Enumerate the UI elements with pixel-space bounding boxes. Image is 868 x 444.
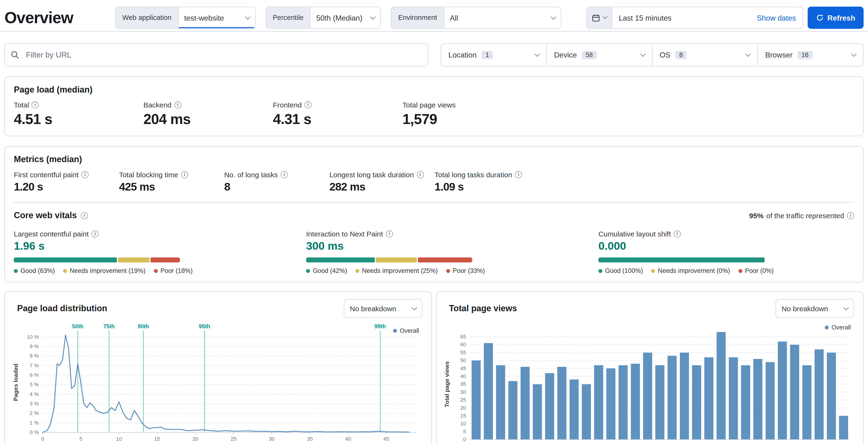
distribution-legend-overall[interactable]: Overall bbox=[393, 327, 419, 334]
svg-text:65: 65 bbox=[460, 334, 466, 339]
info-icon[interactable] bbox=[281, 171, 288, 178]
info-icon[interactable] bbox=[847, 212, 854, 219]
svg-text:35: 35 bbox=[460, 381, 466, 387]
browser-filter[interactable]: Browser 16 bbox=[757, 44, 863, 66]
stat-frontend-value: 4.31 s bbox=[273, 111, 402, 128]
good-dot-icon bbox=[14, 269, 18, 273]
os-filter-label: OS bbox=[659, 51, 671, 59]
refresh-button[interactable]: Refresh bbox=[807, 7, 864, 29]
device-filter-label: Device bbox=[554, 51, 577, 59]
svg-text:15: 15 bbox=[154, 436, 160, 442]
svg-text:15: 15 bbox=[460, 413, 466, 419]
search-icon bbox=[10, 51, 19, 59]
os-count-badge: 8 bbox=[675, 51, 687, 59]
info-icon[interactable] bbox=[515, 171, 522, 178]
web-application-select[interactable]: test-website bbox=[179, 7, 255, 28]
device-filter[interactable]: Device 58 bbox=[546, 44, 652, 66]
cls-value: 0.000 bbox=[598, 240, 765, 253]
filter-row: Location 1 Device 58 OS 8 Browser 16 bbox=[0, 31, 868, 66]
stat-total-page-views: Total page views 1,579 bbox=[403, 101, 532, 128]
svg-text:10 %: 10 % bbox=[27, 334, 39, 340]
calendar-dropdown-button[interactable] bbox=[587, 7, 612, 28]
legend-good: Good (42%) bbox=[306, 267, 347, 274]
svg-text:5: 5 bbox=[79, 436, 82, 442]
stat-fcp-value: 1.20 s bbox=[14, 181, 119, 194]
svg-text:40: 40 bbox=[345, 436, 351, 442]
info-icon[interactable] bbox=[416, 171, 424, 178]
stat-total-page-views-value: 1,579 bbox=[403, 111, 532, 128]
page-load-distribution-chart: 0 %1 %2 %3 %4 %5 %6 %7 %8 %9 %10 %051015… bbox=[11, 322, 425, 444]
calendar-icon bbox=[592, 13, 600, 22]
stat-tbt: Total blocking time 425 ms bbox=[119, 171, 224, 194]
time-range-value: Last 15 minutes bbox=[619, 13, 672, 22]
info-icon[interactable] bbox=[181, 171, 188, 178]
filter-dropdowns: Location 1 Device 58 OS 8 Browser 16 bbox=[441, 43, 864, 66]
svg-text:50: 50 bbox=[460, 357, 466, 363]
svg-text:3 %: 3 % bbox=[30, 401, 38, 407]
page-load-stats: Total 4.51 s Backend 204 ms Frontend 4.3… bbox=[14, 101, 854, 128]
info-icon[interactable] bbox=[174, 101, 181, 109]
svg-text:0 %: 0 % bbox=[30, 429, 38, 435]
stat-fcp: First contentful paint 1.20 s bbox=[14, 171, 119, 194]
chevron-down-icon bbox=[534, 51, 540, 56]
vital-largest-contentful-paint: Largest contentful paint 1.96 s Good (63… bbox=[14, 230, 180, 274]
legend-poor: Poor (33%) bbox=[446, 267, 485, 274]
stat-longest-task: Longest long task duration 282 ms bbox=[330, 171, 434, 194]
svg-text:10: 10 bbox=[460, 421, 466, 427]
svg-text:25: 25 bbox=[231, 436, 237, 442]
browser-filter-label: Browser bbox=[765, 51, 793, 59]
environment-select[interactable]: All bbox=[444, 7, 560, 28]
svg-text:2 %: 2 % bbox=[30, 410, 38, 416]
time-range-button[interactable]: Last 15 minutes bbox=[612, 13, 750, 22]
info-icon[interactable] bbox=[305, 101, 312, 109]
metrics-median-card: Metrics (median) First contentful paint … bbox=[4, 146, 864, 283]
legend-good: Good (63%) bbox=[14, 267, 55, 274]
distribution-breakdown-select[interactable]: No breakdown bbox=[344, 299, 423, 318]
chevron-down-icon bbox=[746, 51, 751, 56]
metrics-stats: First contentful paint 1.20 s Total bloc… bbox=[14, 171, 854, 194]
environment-label: Environment bbox=[392, 7, 444, 28]
percentile-label: Percentile bbox=[266, 7, 311, 28]
info-icon[interactable] bbox=[32, 101, 39, 109]
poor-dot-icon bbox=[154, 269, 158, 273]
page-views-legend-overall[interactable]: Overall bbox=[825, 324, 851, 330]
percentile-value: 50th (Median) bbox=[316, 13, 362, 22]
info-icon[interactable] bbox=[81, 212, 88, 219]
stat-long-tasks: No. of long tasks 8 bbox=[224, 171, 329, 194]
traffic-represented-note: 95% of the traffic represented bbox=[749, 211, 854, 219]
good-dot-icon bbox=[598, 269, 602, 273]
info-icon[interactable] bbox=[386, 230, 393, 237]
svg-text:99th: 99th bbox=[375, 323, 386, 329]
location-filter[interactable]: Location 1 bbox=[441, 44, 546, 66]
needs-improvement-dot-icon bbox=[63, 269, 67, 273]
divider bbox=[14, 202, 854, 203]
svg-text:95th: 95th bbox=[199, 323, 210, 329]
vital-interaction-to-next-paint: Interaction to Next Paint 300 ms Good (4… bbox=[306, 230, 472, 274]
info-icon[interactable] bbox=[674, 230, 681, 237]
url-filter-input[interactable] bbox=[4, 43, 429, 66]
legend-needs-improvement: Needs improvement (25%) bbox=[355, 267, 438, 274]
chevron-down-icon bbox=[640, 51, 645, 56]
core-web-vitals-header: Core web vitals 95% of the traffic repre… bbox=[14, 210, 854, 220]
show-dates-button[interactable]: Show dates bbox=[750, 13, 802, 22]
svg-text:Pages loaded: Pages loaded bbox=[12, 363, 19, 401]
top-toolbar: Overview Web application test-website Pe… bbox=[0, 0, 868, 31]
stat-backend-value: 204 ms bbox=[144, 111, 273, 128]
svg-text:Total page views: Total page views bbox=[444, 361, 450, 407]
os-filter[interactable]: OS 8 bbox=[652, 44, 757, 66]
percentile-select[interactable]: 50th (Median) bbox=[311, 7, 380, 28]
stat-total: Total 4.51 s bbox=[14, 101, 143, 128]
svg-text:30: 30 bbox=[269, 436, 275, 442]
svg-text:25: 25 bbox=[460, 397, 466, 403]
info-icon[interactable] bbox=[91, 230, 98, 237]
svg-text:50th: 50th bbox=[72, 323, 84, 329]
page-views-breakdown-select[interactable]: No breakdown bbox=[775, 299, 854, 318]
svg-text:10: 10 bbox=[116, 436, 122, 442]
svg-text:5: 5 bbox=[463, 428, 466, 435]
app-root: Overview Web application test-website Pe… bbox=[0, 0, 868, 444]
good-dot-icon bbox=[306, 269, 310, 273]
device-count-badge: 58 bbox=[582, 51, 597, 59]
stat-frontend: Frontend 4.31 s bbox=[273, 101, 402, 128]
page-load-distribution-card: Page load distribution No breakdown Over… bbox=[4, 291, 432, 444]
info-icon[interactable] bbox=[82, 171, 89, 178]
